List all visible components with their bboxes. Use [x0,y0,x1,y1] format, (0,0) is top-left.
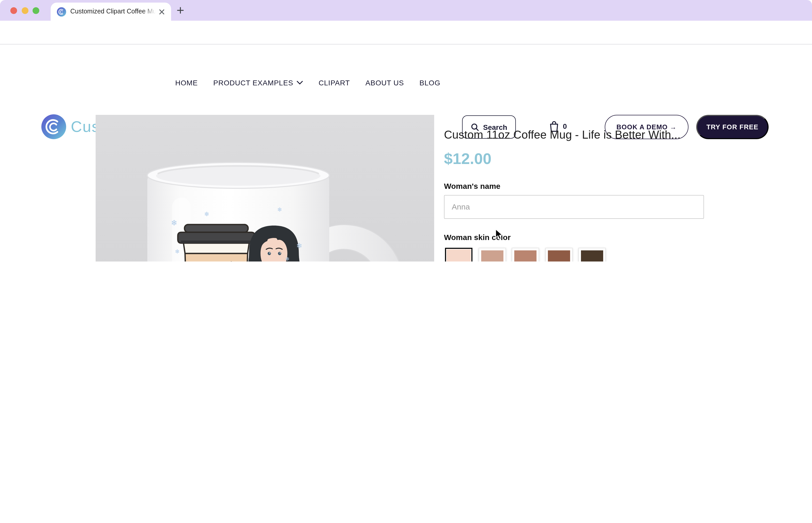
main-nav: HOMEPRODUCT EXAMPLESCLIPARTABOUT USBLOG [175,44,440,121]
nav-item-label: HOME [175,78,198,87]
product-title: Custom 11oz Coffee Mug - Life is Better … [444,128,704,142]
site-header: Customily HOMEPRODUCT EXAMPLESCLIPARTABO… [0,44,812,121]
nav-item-clipart[interactable]: CLIPART [319,78,350,87]
nav-item-home[interactable]: HOME [175,78,198,87]
skin-color-fill [548,250,570,262]
product-price: $12.00 [444,150,704,167]
skin-color-fill [514,250,536,262]
product-gallery [96,115,434,262]
skin-color-fill [581,250,603,262]
skin-color-label: Woman skin color [444,233,704,241]
skin-color-options [445,248,704,262]
skin-color-fill [447,249,471,262]
nav-item-about-us[interactable]: ABOUT US [365,78,404,87]
mac-zoom-button[interactable] [33,7,39,14]
nav-item-product-examples[interactable]: PRODUCT EXAMPLES [213,78,303,87]
product-image [96,115,434,262]
skin-color-swatch-5[interactable] [578,248,606,262]
customily-logo-icon[interactable] [41,114,66,139]
tab-strip: Customized Clipart Coffee Mu [0,0,812,21]
nav-item-label: ABOUT US [365,78,404,87]
browser-tab[interactable]: Customized Clipart Coffee Mu [51,3,171,21]
name-label: Woman's name [444,181,704,190]
skin-color-fill [481,250,503,262]
tab-close-icon[interactable] [158,8,166,16]
chevron-down-icon [297,80,303,85]
new-tab-icon[interactable] [176,6,185,15]
nav-item-label: CLIPART [319,78,350,87]
skin-color-swatch-4[interactable] [545,248,572,262]
try-for-free-button[interactable]: TRY FOR FREE [696,115,769,139]
name-input[interactable] [444,195,704,219]
mac-close-button[interactable] [10,7,17,14]
tab-title: Customized Clipart Coffee Mu [70,8,155,16]
mac-minimize-button[interactable] [21,7,28,14]
nav-item-label: BLOG [419,78,440,87]
nav-item-blog[interactable]: BLOG [419,78,440,87]
skin-color-swatch-1[interactable] [445,248,472,262]
product-config: Custom 11oz Coffee Mug - Life is Better … [444,128,704,262]
skin-color-swatch-2[interactable] [478,248,506,262]
browser-window: Customized Clipart Coffee Mu ws36pkinbt9… [0,0,812,262]
skin-color-swatch-3[interactable] [512,248,539,262]
nav-item-label: PRODUCT EXAMPLES [213,78,293,87]
browser-toolbar: ws36pkinbt9h2fqz-11296309306.shopifyprev… [0,21,812,44]
tab-favicon [57,7,66,17]
